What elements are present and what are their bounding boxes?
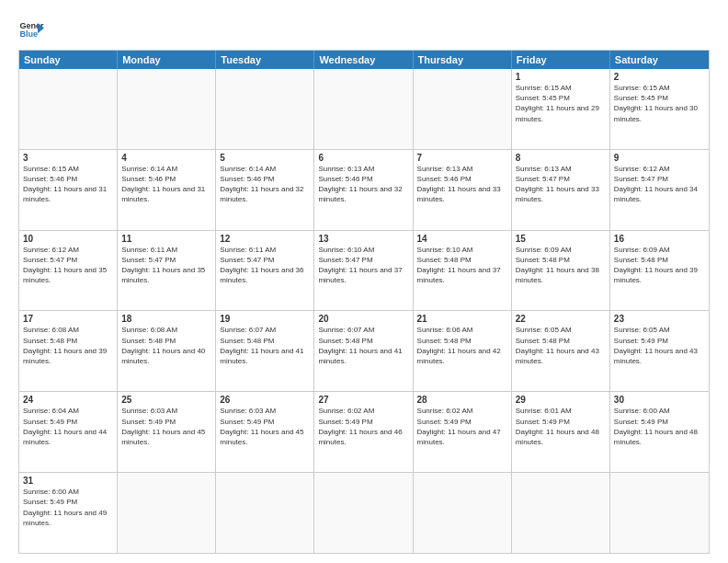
cell-info: Sunrise: 6:07 AM Sunset: 5:48 PM Dayligh… xyxy=(220,325,310,366)
cell-info: Sunrise: 6:15 AM Sunset: 5:45 PM Dayligh… xyxy=(614,83,705,124)
cal-header-saturday: Saturday xyxy=(610,51,709,69)
cell-info: Sunrise: 6:00 AM Sunset: 5:49 PM Dayligh… xyxy=(23,487,113,528)
cell-info: Sunrise: 6:12 AM Sunset: 5:47 PM Dayligh… xyxy=(23,245,113,286)
cal-cell: 12Sunrise: 6:11 AM Sunset: 5:47 PM Dayli… xyxy=(216,231,314,311)
cal-cell: 31Sunrise: 6:00 AM Sunset: 5:49 PM Dayli… xyxy=(19,473,118,553)
day-number: 8 xyxy=(516,153,606,163)
cell-info: Sunrise: 6:07 AM Sunset: 5:48 PM Dayligh… xyxy=(318,325,408,366)
cell-info: Sunrise: 6:13 AM Sunset: 5:46 PM Dayligh… xyxy=(318,164,408,205)
cal-header-wednesday: Wednesday xyxy=(314,51,413,69)
cal-cell: 7Sunrise: 6:13 AM Sunset: 5:46 PM Daylig… xyxy=(414,150,512,230)
cell-info: Sunrise: 6:10 AM Sunset: 5:47 PM Dayligh… xyxy=(318,245,408,286)
logo: General Blue xyxy=(18,17,44,42)
day-number: 4 xyxy=(121,153,211,163)
day-number: 17 xyxy=(23,314,113,324)
day-number: 5 xyxy=(220,153,310,163)
cal-cell: 3Sunrise: 6:15 AM Sunset: 5:46 PM Daylig… xyxy=(19,150,118,230)
cal-cell: 9Sunrise: 6:12 AM Sunset: 5:47 PM Daylig… xyxy=(610,150,709,230)
cal-cell: 2Sunrise: 6:15 AM Sunset: 5:45 PM Daylig… xyxy=(610,69,709,149)
calendar: SundayMondayTuesdayWednesdayThursdayFrid… xyxy=(18,50,710,554)
cal-cell xyxy=(216,69,314,149)
cal-cell: 15Sunrise: 6:09 AM Sunset: 5:48 PM Dayli… xyxy=(512,231,610,311)
day-number: 15 xyxy=(516,234,606,244)
day-number: 24 xyxy=(23,395,113,405)
day-number: 28 xyxy=(417,395,507,405)
day-number: 19 xyxy=(220,314,310,324)
cell-info: Sunrise: 6:13 AM Sunset: 5:47 PM Dayligh… xyxy=(516,164,606,205)
cal-cell xyxy=(118,69,216,149)
day-number: 9 xyxy=(614,153,705,163)
cal-cell: 25Sunrise: 6:03 AM Sunset: 5:49 PM Dayli… xyxy=(118,392,216,472)
cal-cell: 6Sunrise: 6:13 AM Sunset: 5:46 PM Daylig… xyxy=(314,150,413,230)
cal-cell xyxy=(414,473,512,553)
day-number: 22 xyxy=(516,314,606,324)
day-number: 31 xyxy=(23,476,113,486)
cal-week-2: 10Sunrise: 6:12 AM Sunset: 5:47 PM Dayli… xyxy=(19,231,709,312)
cell-info: Sunrise: 6:09 AM Sunset: 5:48 PM Dayligh… xyxy=(614,245,705,286)
cal-cell: 22Sunrise: 6:05 AM Sunset: 5:48 PM Dayli… xyxy=(512,311,610,391)
cal-week-5: 31Sunrise: 6:00 AM Sunset: 5:49 PM Dayli… xyxy=(19,473,709,553)
cal-cell: 20Sunrise: 6:07 AM Sunset: 5:48 PM Dayli… xyxy=(314,311,413,391)
cal-cell: 29Sunrise: 6:01 AM Sunset: 5:49 PM Dayli… xyxy=(512,392,610,472)
cal-cell: 14Sunrise: 6:10 AM Sunset: 5:48 PM Dayli… xyxy=(414,231,512,311)
cell-info: Sunrise: 6:14 AM Sunset: 5:46 PM Dayligh… xyxy=(220,164,310,205)
day-number: 12 xyxy=(220,234,310,244)
cal-cell: 16Sunrise: 6:09 AM Sunset: 5:48 PM Dayli… xyxy=(610,231,709,311)
cal-cell: 1Sunrise: 6:15 AM Sunset: 5:45 PM Daylig… xyxy=(512,69,610,149)
cal-week-4: 24Sunrise: 6:04 AM Sunset: 5:49 PM Dayli… xyxy=(19,392,709,473)
day-number: 26 xyxy=(220,395,310,405)
day-number: 29 xyxy=(516,395,606,405)
day-number: 30 xyxy=(614,395,705,405)
day-number: 23 xyxy=(614,314,705,324)
cell-info: Sunrise: 6:14 AM Sunset: 5:46 PM Dayligh… xyxy=(121,164,211,205)
cell-info: Sunrise: 6:15 AM Sunset: 5:45 PM Dayligh… xyxy=(516,83,606,124)
cell-info: Sunrise: 6:04 AM Sunset: 5:49 PM Dayligh… xyxy=(23,406,113,447)
day-number: 1 xyxy=(516,72,606,82)
cal-cell: 17Sunrise: 6:08 AM Sunset: 5:48 PM Dayli… xyxy=(19,311,118,391)
day-number: 7 xyxy=(417,153,507,163)
cal-header-sunday: Sunday xyxy=(19,51,118,69)
cal-header-thursday: Thursday xyxy=(414,51,512,69)
cal-cell: 23Sunrise: 6:05 AM Sunset: 5:49 PM Dayli… xyxy=(610,311,709,391)
day-number: 2 xyxy=(614,72,705,82)
cal-cell: 24Sunrise: 6:04 AM Sunset: 5:49 PM Dayli… xyxy=(19,392,118,472)
cal-week-3: 17Sunrise: 6:08 AM Sunset: 5:48 PM Dayli… xyxy=(19,311,709,392)
cell-info: Sunrise: 6:08 AM Sunset: 5:48 PM Dayligh… xyxy=(121,325,211,366)
cell-info: Sunrise: 6:09 AM Sunset: 5:48 PM Dayligh… xyxy=(516,245,606,286)
cell-info: Sunrise: 6:03 AM Sunset: 5:49 PM Dayligh… xyxy=(121,406,211,447)
cell-info: Sunrise: 6:02 AM Sunset: 5:49 PM Dayligh… xyxy=(417,406,507,447)
cell-info: Sunrise: 6:03 AM Sunset: 5:49 PM Dayligh… xyxy=(220,406,310,447)
cal-header-monday: Monday xyxy=(118,51,216,69)
day-number: 13 xyxy=(318,234,408,244)
page: General Blue SundayMondayTuesdayWednesda… xyxy=(0,0,728,563)
cell-info: Sunrise: 6:02 AM Sunset: 5:49 PM Dayligh… xyxy=(318,406,408,447)
cal-cell: 11Sunrise: 6:11 AM Sunset: 5:47 PM Dayli… xyxy=(118,231,216,311)
day-number: 20 xyxy=(318,314,408,324)
cell-info: Sunrise: 6:11 AM Sunset: 5:47 PM Dayligh… xyxy=(220,245,310,286)
calendar-header-row: SundayMondayTuesdayWednesdayThursdayFrid… xyxy=(19,51,709,69)
calendar-body: 1Sunrise: 6:15 AM Sunset: 5:45 PM Daylig… xyxy=(19,69,709,553)
header: General Blue xyxy=(18,17,710,42)
cal-cell: 4Sunrise: 6:14 AM Sunset: 5:46 PM Daylig… xyxy=(118,150,216,230)
cal-cell xyxy=(610,473,709,553)
cell-info: Sunrise: 6:10 AM Sunset: 5:48 PM Dayligh… xyxy=(417,245,507,286)
cal-cell: 27Sunrise: 6:02 AM Sunset: 5:49 PM Dayli… xyxy=(314,392,413,472)
cell-info: Sunrise: 6:13 AM Sunset: 5:46 PM Dayligh… xyxy=(417,164,507,205)
cal-cell: 8Sunrise: 6:13 AM Sunset: 5:47 PM Daylig… xyxy=(512,150,610,230)
day-number: 18 xyxy=(121,314,211,324)
cal-cell xyxy=(216,473,314,553)
day-number: 25 xyxy=(121,395,211,405)
cal-cell xyxy=(414,69,512,149)
cal-cell: 18Sunrise: 6:08 AM Sunset: 5:48 PM Dayli… xyxy=(118,311,216,391)
cell-info: Sunrise: 6:00 AM Sunset: 5:49 PM Dayligh… xyxy=(614,406,705,447)
svg-text:Blue: Blue xyxy=(19,29,38,39)
cell-info: Sunrise: 6:15 AM Sunset: 5:46 PM Dayligh… xyxy=(23,164,113,205)
cal-header-friday: Friday xyxy=(512,51,610,69)
cal-cell xyxy=(314,473,413,553)
cell-info: Sunrise: 6:05 AM Sunset: 5:48 PM Dayligh… xyxy=(516,325,606,366)
cal-cell: 19Sunrise: 6:07 AM Sunset: 5:48 PM Dayli… xyxy=(216,311,314,391)
day-number: 21 xyxy=(417,314,507,324)
day-number: 3 xyxy=(23,153,113,163)
cell-info: Sunrise: 6:01 AM Sunset: 5:49 PM Dayligh… xyxy=(516,406,606,447)
day-number: 6 xyxy=(318,153,408,163)
